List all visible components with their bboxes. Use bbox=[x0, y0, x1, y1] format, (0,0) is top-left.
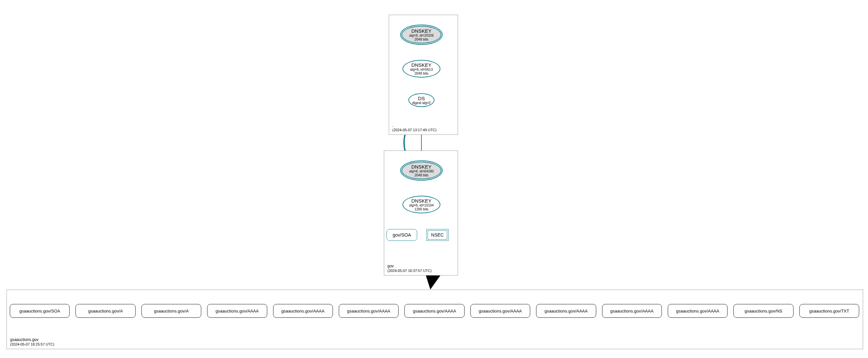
leaf-rrset: gsaauctions.gov/AAAA bbox=[470, 304, 530, 318]
node-gov-zsk: DNSKEY alg=8, id=10104 1280 bits bbox=[402, 196, 440, 213]
zone-gov-name: gov bbox=[388, 264, 432, 269]
node-root-ksk-title: DNSKEY bbox=[411, 28, 432, 34]
leaf-rrset: gsaauctions.gov/AAAA bbox=[602, 304, 662, 318]
node-gov-nsec-title: NSEC bbox=[431, 232, 444, 238]
leaf-rrset-label: gsaauctions.gov/AAAA bbox=[610, 309, 653, 313]
node-root-ds: DS digest alg=2 bbox=[408, 93, 434, 107]
leaf-rrset-label: gsaauctions.gov/AAAA bbox=[478, 309, 522, 313]
node-gov-soa: gov/SOA bbox=[386, 229, 417, 241]
leaf-rrset-label: gsaauctions.gov/AAAA bbox=[216, 309, 259, 313]
node-gov-ksk-sub: alg=8, id=64280 bbox=[409, 169, 434, 173]
leaf-rrset: gsaauctions.gov/AAAA bbox=[668, 304, 727, 318]
node-root-zsk-sub2: 2048 bits bbox=[414, 72, 429, 76]
leaf-rrset-label: gsaauctions.gov/A bbox=[88, 309, 123, 313]
zone-gov-label: gov (2024-05-07 16:37:57 UTC) bbox=[388, 264, 432, 273]
node-root-ksk-sub2: 2048 bits bbox=[414, 38, 429, 42]
leaf-rrset-label: gsaauctions.gov/NS bbox=[745, 309, 782, 313]
node-gov-nsec: NSEC bbox=[426, 229, 448, 241]
node-gov-ksk-sub2: 2048 bits bbox=[414, 173, 429, 177]
zone-root-name: . bbox=[392, 123, 436, 128]
node-root-ds-title: DS bbox=[418, 95, 425, 101]
leaf-rrset: gsaauctions.gov/SOA bbox=[10, 304, 70, 318]
dnssec-graph: . (2024-05-07 13:17:49 UTC) DNSKEY alg=8… bbox=[0, 0, 868, 358]
leaf-rrset-label: gsaauctions.gov/AAAA bbox=[413, 309, 456, 313]
node-gov-ksk-title: DNSKEY bbox=[411, 164, 432, 169]
node-root-ds-sub: digest alg=2 bbox=[412, 101, 431, 105]
leaf-rrset: gsaauctions.gov/AAAA bbox=[273, 304, 333, 318]
node-root-ksk-sub: alg=8, id=20326 bbox=[409, 34, 434, 38]
node-gov-zsk-title: DNSKEY bbox=[411, 198, 432, 203]
leaf-rrset-label: gsaauctions.gov/AAAA bbox=[347, 309, 391, 313]
leaf-rrset-label: gsaauctions.gov/AAAA bbox=[545, 309, 588, 313]
leaf-rrset-row: gsaauctions.gov/SOAgsaauctions.gov/Agsaa… bbox=[10, 303, 859, 319]
node-gov-zsk-sub: alg=8, id=10104 bbox=[409, 203, 434, 208]
leaf-rrset: gsaauctions.gov/A bbox=[75, 304, 135, 318]
leaf-rrset: gsaauctions.gov/AAAA bbox=[339, 304, 399, 318]
leaf-rrset: gsaauctions.gov/A bbox=[142, 304, 201, 318]
leaf-rrset-label: gsaauctions.gov/AAAA bbox=[281, 309, 324, 313]
node-root-zsk-sub: alg=8, id=5613 bbox=[410, 68, 433, 72]
zone-root-label: . (2024-05-07 13:17:49 UTC) bbox=[392, 123, 436, 133]
node-gov-soa-title: gov/SOA bbox=[393, 232, 411, 238]
zone-leaf-name: gsaauctions.gov bbox=[10, 337, 54, 342]
leaf-rrset: gsaauctions.gov/TXT bbox=[799, 304, 859, 318]
leaf-rrset: gsaauctions.gov/AAAA bbox=[536, 304, 596, 318]
node-gov-ksk: DNSKEY alg=8, id=64280 2048 bits bbox=[400, 160, 443, 181]
node-root-zsk-title: DNSKEY bbox=[411, 62, 432, 68]
leaf-rrset-label: gsaauctions.gov/AAAA bbox=[676, 309, 719, 313]
leaf-rrset: gsaauctions.gov/AAAA bbox=[404, 304, 464, 318]
node-root-ksk: DNSKEY alg=8, id=20326 2048 bits bbox=[400, 25, 443, 45]
leaf-rrset: gsaauctions.gov/NS bbox=[734, 304, 793, 318]
node-gov-zsk-sub2: 1280 bits bbox=[414, 208, 429, 212]
leaf-rrset-label: gsaauctions.gov/TXT bbox=[809, 309, 849, 313]
leaf-rrset: gsaauctions.gov/AAAA bbox=[207, 304, 267, 318]
zone-root-timestamp: (2024-05-07 13:17:49 UTC) bbox=[392, 128, 436, 133]
zone-leaf: gsaauctions.gov (2024-05-07 18:25:57 UTC… bbox=[6, 290, 863, 349]
leaf-rrset-label: gsaauctions.gov/SOA bbox=[19, 309, 60, 313]
zone-gov-timestamp: (2024-05-07 16:37:57 UTC) bbox=[388, 269, 432, 273]
leaf-rrset-label: gsaauctions.gov/A bbox=[154, 309, 188, 313]
node-root-zsk: DNSKEY alg=8, id=5613 2048 bits bbox=[402, 60, 440, 78]
zone-leaf-label: gsaauctions.gov (2024-05-07 18:25:57 UTC… bbox=[10, 337, 54, 347]
zone-leaf-timestamp: (2024-05-07 18:25:57 UTC) bbox=[10, 342, 54, 347]
